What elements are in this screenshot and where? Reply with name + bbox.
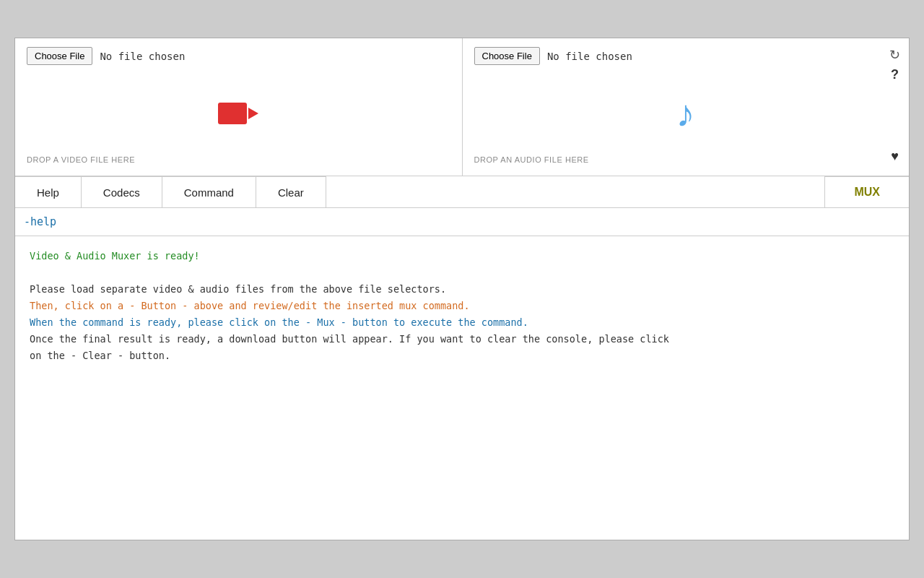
command-input[interactable] [24,215,900,228]
audio-panel: Choose File No file chosen ♪ DROP AN AUD… [463,38,910,176]
music-note-icon: ♪ [676,95,695,132]
mux-button[interactable]: MUX [824,176,909,207]
audio-choose-file-button[interactable]: Choose File [474,47,540,65]
camera-body [218,103,247,124]
video-camera-icon [218,100,258,126]
console-area: Video & Audio Muxer is ready! Please loa… [15,236,909,540]
tab-help[interactable]: Help [15,176,82,207]
audio-file-input-row: Choose File No file chosen [474,47,632,65]
tab-clear[interactable]: Clear [256,176,326,207]
video-no-file-text: No file chosen [100,51,185,62]
console-line-mux: When the command is ready, please click … [30,314,894,331]
question-icon[interactable]: ? [891,67,899,82]
audio-no-file-text: No file chosen [547,51,632,62]
video-panel: Choose File No file chosen DROP A VIDEO … [15,38,463,176]
heart-icon[interactable]: ♥ [891,149,899,164]
console-line-blank [30,264,894,281]
tab-codecs[interactable]: Codecs [81,176,162,207]
command-row [15,208,909,236]
console-line-info: Please load separate video & audio files… [30,281,894,298]
camera-lens [248,108,258,119]
video-choose-file-button[interactable]: Choose File [27,47,92,65]
refresh-icon[interactable]: ↻ [889,47,900,63]
tab-command[interactable]: Command [162,176,256,207]
console-line-download1: Once the final result is ready, a downlo… [30,331,894,348]
console-line-ready: Video & Audio Muxer is ready! [30,248,894,264]
tabs-row: Help Codecs Command Clear MUX [15,176,909,208]
video-file-input-row: Choose File No file chosen [27,47,185,65]
video-icon-area [27,71,450,155]
video-drop-label: DROP A VIDEO FILE HERE [27,155,135,164]
console-line-download2: on the - Clear - button. [30,348,894,364]
console-line-click: Then, click on a - Button - above and re… [30,298,894,314]
console-text: Video & Audio Muxer is ready! Please loa… [30,248,894,364]
audio-icon-area: ♪ [474,71,898,155]
file-selectors-row: Choose File No file chosen DROP A VIDEO … [15,38,909,176]
app-container: Choose File No file chosen DROP A VIDEO … [14,38,910,540]
audio-drop-label: DROP AN AUDIO FILE HERE [474,155,589,164]
tab-spacer [326,176,825,207]
